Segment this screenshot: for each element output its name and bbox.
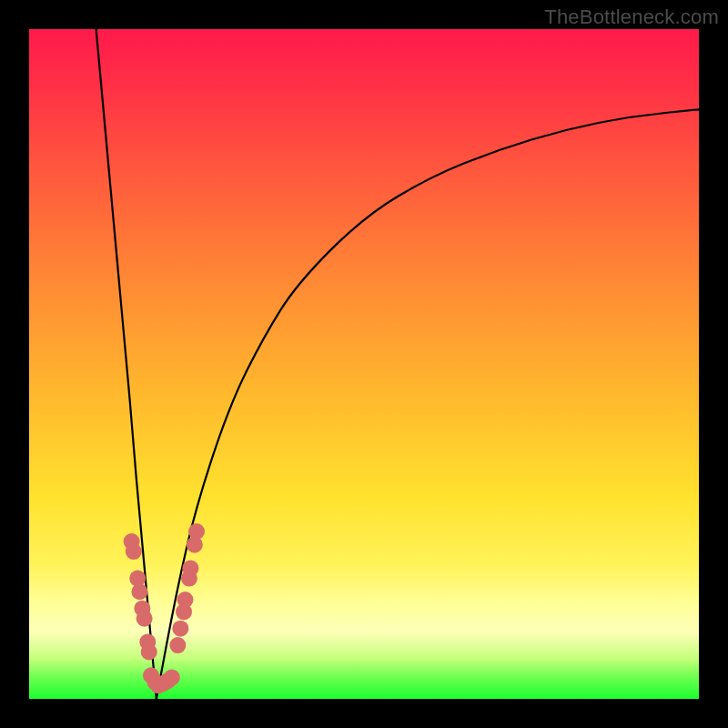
- plot-area: [29, 29, 699, 699]
- data-dot: [188, 523, 205, 540]
- right-limb-curve: [157, 109, 699, 699]
- data-dot: [177, 592, 193, 608]
- data-dot: [172, 621, 188, 637]
- data-dot: [136, 611, 153, 627]
- data-dot: [131, 583, 147, 600]
- data-dot: [169, 637, 186, 653]
- data-dot: [141, 643, 157, 660]
- data-dot: [126, 543, 142, 560]
- data-dot: [182, 560, 198, 576]
- watermark-text: TheBottleneck.com: [544, 5, 719, 29]
- curves-svg: [29, 29, 699, 699]
- chart-frame: TheBottleneck.com: [0, 0, 728, 728]
- left-limb-curve: [96, 29, 157, 699]
- dots-group: [124, 523, 205, 693]
- data-dot: [164, 669, 180, 685]
